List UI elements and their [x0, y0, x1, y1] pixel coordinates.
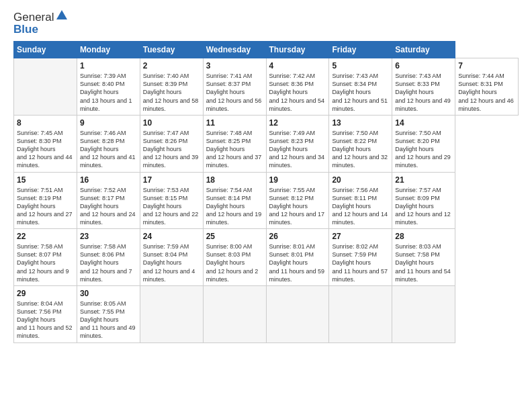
day-number: 4	[269, 61, 326, 71]
cell-content: Sunrise: 7:58 AMSunset: 8:06 PMDaylight …	[80, 243, 132, 283]
cell-content: Sunrise: 8:00 AMSunset: 8:03 PMDaylight …	[206, 243, 259, 283]
day-number: 7	[458, 61, 515, 71]
cell-content: Sunrise: 7:56 AMSunset: 8:11 PMDaylight …	[332, 187, 388, 226]
day-number: 16	[80, 175, 137, 185]
day-header-wednesday: Wednesday	[203, 42, 266, 58]
day-header-monday: Monday	[77, 42, 140, 58]
calendar-cell: 8 Sunrise: 7:45 AMSunset: 8:30 PMDayligh…	[14, 115, 77, 172]
cell-content: Sunrise: 7:52 AMSunset: 8:17 PMDaylight …	[80, 187, 136, 226]
day-number: 8	[17, 118, 74, 128]
day-number: 2	[143, 61, 200, 71]
cell-content: Sunrise: 7:48 AMSunset: 8:25 PMDaylight …	[206, 130, 262, 169]
day-number: 12	[269, 118, 326, 128]
day-number: 17	[143, 175, 200, 185]
calendar-cell: 23 Sunrise: 7:58 AMSunset: 8:06 PMDaylig…	[77, 229, 140, 286]
cell-content: Sunrise: 7:51 AMSunset: 8:19 PMDaylight …	[17, 187, 73, 226]
calendar-cell	[203, 285, 266, 342]
svg-marker-0	[56, 10, 67, 19]
cell-content: Sunrise: 7:42 AMSunset: 8:36 PMDaylight …	[269, 73, 325, 112]
day-number: 28	[395, 232, 452, 241]
calendar-cell: 30 Sunrise: 8:05 AMSunset: 7:55 PMDaylig…	[77, 285, 140, 342]
day-number: 24	[143, 232, 200, 241]
day-number: 26	[269, 232, 326, 241]
cell-content: Sunrise: 7:40 AMSunset: 8:39 PMDaylight …	[143, 73, 199, 112]
calendar-cell: 15 Sunrise: 7:51 AMSunset: 8:19 PMDaylig…	[14, 172, 77, 229]
calendar-cell	[329, 285, 392, 342]
day-header-saturday: Saturday	[392, 42, 455, 58]
calendar-cell	[14, 58, 77, 116]
day-number: 18	[206, 175, 263, 185]
day-header-sunday: Sunday	[14, 42, 77, 58]
calendar-cell: 11 Sunrise: 7:48 AMSunset: 8:25 PMDaylig…	[203, 115, 266, 172]
calendar-cell: 9 Sunrise: 7:46 AMSunset: 8:28 PMDayligh…	[77, 115, 140, 172]
calendar-cell	[392, 285, 455, 342]
calendar-cell: 13 Sunrise: 7:50 AMSunset: 8:22 PMDaylig…	[329, 115, 392, 172]
calendar-cell: 6 Sunrise: 7:43 AMSunset: 8:33 PMDayligh…	[392, 58, 455, 116]
calendar-cell: 12 Sunrise: 7:49 AMSunset: 8:23 PMDaylig…	[266, 115, 329, 172]
cell-content: Sunrise: 7:44 AMSunset: 8:31 PMDaylight …	[458, 73, 514, 112]
calendar-cell: 3 Sunrise: 7:41 AMSunset: 8:37 PMDayligh…	[203, 58, 266, 116]
cell-content: Sunrise: 8:05 AMSunset: 7:55 PMDaylight …	[80, 300, 136, 340]
day-number: 20	[332, 175, 389, 185]
cell-content: Sunrise: 8:02 AMSunset: 7:59 PMDaylight …	[332, 243, 388, 283]
calendar-cell: 25 Sunrise: 8:00 AMSunset: 8:03 PMDaylig…	[203, 229, 266, 286]
calendar-cell: 22 Sunrise: 7:58 AMSunset: 8:07 PMDaylig…	[14, 229, 77, 286]
calendar-cell: 5 Sunrise: 7:43 AMSunset: 8:34 PMDayligh…	[329, 58, 392, 116]
calendar: SundayMondayTuesdayWednesdayThursdayFrid…	[13, 41, 519, 343]
calendar-cell: 1 Sunrise: 7:39 AMSunset: 8:40 PMDayligh…	[77, 58, 140, 116]
cell-content: Sunrise: 7:41 AMSunset: 8:37 PMDaylight …	[206, 73, 262, 112]
cell-content: Sunrise: 7:54 AMSunset: 8:14 PMDaylight …	[206, 187, 262, 226]
calendar-cell: 29 Sunrise: 8:04 AMSunset: 7:56 PMDaylig…	[14, 285, 77, 342]
cell-content: Sunrise: 7:58 AMSunset: 8:07 PMDaylight …	[17, 243, 69, 283]
day-number: 5	[332, 61, 389, 71]
calendar-cell: 18 Sunrise: 7:54 AMSunset: 8:14 PMDaylig…	[203, 172, 266, 229]
calendar-cell: 27 Sunrise: 8:02 AMSunset: 7:59 PMDaylig…	[329, 229, 392, 286]
cell-content: Sunrise: 7:46 AMSunset: 8:28 PMDaylight …	[80, 130, 136, 169]
calendar-cell: 4 Sunrise: 7:42 AMSunset: 8:36 PMDayligh…	[266, 58, 329, 116]
cell-content: Sunrise: 7:59 AMSunset: 8:04 PMDaylight …	[143, 243, 195, 283]
day-number: 22	[17, 232, 74, 241]
calendar-cell: 10 Sunrise: 7:47 AMSunset: 8:26 PMDaylig…	[140, 115, 203, 172]
calendar-cell: 21 Sunrise: 7:57 AMSunset: 8:09 PMDaylig…	[392, 172, 455, 229]
calendar-cell: 14 Sunrise: 7:50 AMSunset: 8:20 PMDaylig…	[392, 115, 455, 172]
day-number: 25	[206, 232, 263, 241]
cell-content: Sunrise: 7:50 AMSunset: 8:20 PMDaylight …	[395, 130, 451, 169]
calendar-cell: 2 Sunrise: 7:40 AMSunset: 8:39 PMDayligh…	[140, 58, 203, 116]
calendar-cell	[140, 285, 203, 342]
day-number: 9	[80, 118, 137, 128]
cell-content: Sunrise: 8:03 AMSunset: 7:58 PMDaylight …	[395, 243, 451, 283]
calendar-cell: 19 Sunrise: 7:55 AMSunset: 8:12 PMDaylig…	[266, 172, 329, 229]
calendar-cell: 17 Sunrise: 7:53 AMSunset: 8:15 PMDaylig…	[140, 172, 203, 229]
day-number: 3	[206, 61, 263, 71]
logo: General Blue	[13, 11, 69, 36]
calendar-cell: 7 Sunrise: 7:44 AMSunset: 8:31 PMDayligh…	[455, 58, 519, 116]
day-number: 14	[395, 118, 452, 128]
day-number: 30	[80, 289, 137, 298]
day-header-friday: Friday	[329, 42, 392, 58]
calendar-cell: 28 Sunrise: 8:03 AMSunset: 7:58 PMDaylig…	[392, 229, 455, 286]
cell-content: Sunrise: 7:39 AMSunset: 8:40 PMDaylight …	[80, 73, 132, 112]
cell-content: Sunrise: 7:43 AMSunset: 8:34 PMDaylight …	[332, 73, 388, 112]
cell-content: Sunrise: 7:57 AMSunset: 8:09 PMDaylight …	[395, 187, 451, 226]
day-number: 13	[332, 118, 389, 128]
calendar-cell: 26 Sunrise: 8:01 AMSunset: 8:01 PMDaylig…	[266, 229, 329, 286]
day-number: 19	[269, 175, 326, 185]
day-number: 27	[332, 232, 389, 241]
calendar-cell	[266, 285, 329, 342]
calendar-cell: 24 Sunrise: 7:59 AMSunset: 8:04 PMDaylig…	[140, 229, 203, 286]
cell-content: Sunrise: 7:45 AMSunset: 8:30 PMDaylight …	[17, 130, 73, 169]
day-number: 6	[395, 61, 452, 71]
cell-content: Sunrise: 8:04 AMSunset: 7:56 PMDaylight …	[17, 300, 73, 340]
cell-content: Sunrise: 7:50 AMSunset: 8:22 PMDaylight …	[332, 130, 388, 169]
cell-content: Sunrise: 7:55 AMSunset: 8:12 PMDaylight …	[269, 187, 325, 226]
day-number: 21	[395, 175, 452, 185]
calendar-cell: 20 Sunrise: 7:56 AMSunset: 8:11 PMDaylig…	[329, 172, 392, 229]
cell-content: Sunrise: 7:47 AMSunset: 8:26 PMDaylight …	[143, 130, 199, 169]
cell-content: Sunrise: 7:43 AMSunset: 8:33 PMDaylight …	[395, 73, 451, 112]
day-number: 15	[17, 175, 74, 185]
day-header-thursday: Thursday	[266, 42, 329, 58]
day-number: 29	[17, 289, 74, 298]
day-number: 1	[80, 61, 137, 71]
cell-content: Sunrise: 7:53 AMSunset: 8:15 PMDaylight …	[143, 187, 199, 226]
day-number: 11	[206, 118, 263, 128]
